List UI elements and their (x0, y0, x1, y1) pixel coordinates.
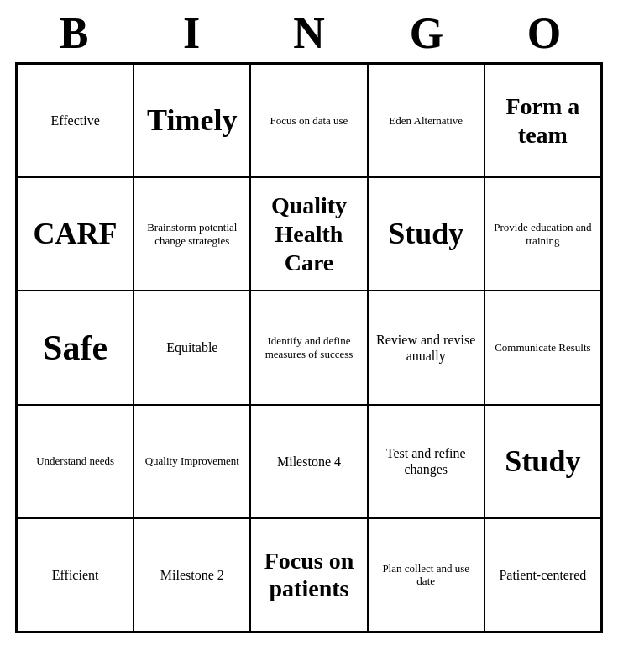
bingo-cell-3-3: Test and refine changes (368, 405, 484, 518)
bingo-cell-1-1: Brainstorm potential change strategies (134, 177, 250, 291)
bingo-cell-2-3: Review and revise anually (368, 291, 484, 404)
bingo-cell-3-2: Milestone 4 (250, 405, 367, 518)
bingo-cell-1-2: Quality Health Care (250, 177, 367, 291)
bingo-header: BINGO (15, 8, 603, 58)
bingo-cell-0-4: Form a team (484, 64, 601, 177)
bingo-cell-1-0: CARF (17, 177, 134, 291)
bingo-cell-2-2: Identify and define measures of success (250, 291, 367, 404)
bingo-cell-0-1: Timely (134, 64, 250, 177)
bingo-cell-4-2: Focus on patients (250, 518, 367, 632)
bingo-letter: I (137, 8, 246, 58)
bingo-cell-4-0: Efficient (17, 518, 134, 632)
bingo-cell-3-1: Quality Improvement (134, 405, 250, 518)
bingo-cell-0-2: Focus on data use (250, 64, 367, 177)
bingo-cell-2-0: Safe (17, 291, 134, 404)
bingo-letter: N (254, 8, 364, 58)
bingo-cell-1-3: Study (368, 177, 484, 291)
bingo-letter: G (372, 8, 481, 58)
bingo-cell-3-4: Study (484, 405, 601, 518)
bingo-letter: O (490, 8, 599, 58)
bingo-cell-0-0: Effective (17, 64, 134, 177)
bingo-cell-2-4: Communicate Results (484, 291, 601, 404)
bingo-letter: B (19, 8, 128, 58)
bingo-cell-4-1: Milestone 2 (134, 518, 250, 632)
bingo-cell-4-4: Patient-centered (484, 518, 601, 632)
bingo-cell-4-3: Plan collect and use date (368, 518, 484, 632)
bingo-cell-1-4: Provide education and training (484, 177, 601, 291)
bingo-cell-3-0: Understand needs (17, 405, 134, 518)
bingo-cell-0-3: Eden Alternative (368, 64, 484, 177)
bingo-grid: EffectiveTimelyFocus on data useEden Alt… (15, 62, 603, 633)
bingo-cell-2-1: Equitable (134, 291, 250, 404)
